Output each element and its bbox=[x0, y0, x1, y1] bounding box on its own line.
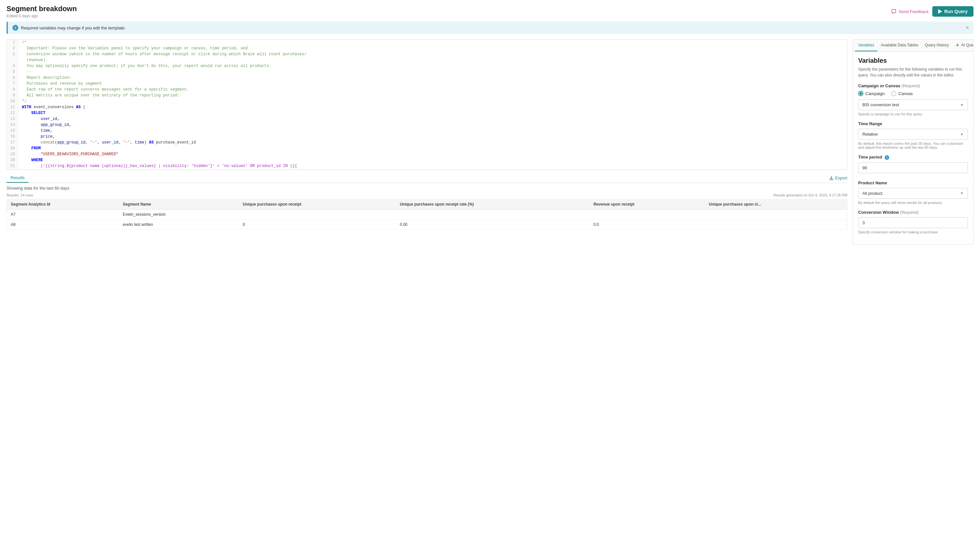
variables-panel: Variables Specify the parameters for the… bbox=[853, 51, 973, 244]
tab-ai-query-builder[interactable]: AI Query Builder bbox=[952, 40, 974, 51]
code-line: 20 WHERE bbox=[7, 157, 847, 163]
variables-desc: Specify the parameters for the following… bbox=[858, 66, 968, 78]
conversion-window-label: Conversion Window (Required) bbox=[858, 210, 968, 215]
time-range-hint: By default, this report covers the past … bbox=[858, 141, 968, 149]
code-line: 16 price, bbox=[7, 134, 847, 140]
cell-id: A8 bbox=[7, 220, 119, 230]
code-line: 18 FROM bbox=[7, 146, 847, 151]
results-tab[interactable]: Results bbox=[6, 173, 29, 183]
cell-upucl bbox=[705, 220, 847, 230]
code-line: 11 WITH event_conversions AS ( bbox=[7, 104, 847, 110]
code-line: 4 You may optionally specify one product… bbox=[7, 63, 847, 69]
code-line: 17 concat(app_group_id, '-', user_id, '-… bbox=[7, 140, 847, 146]
cell-upur: 0 bbox=[239, 220, 396, 230]
right-panel: Variables Available Data Tables Query Hi… bbox=[853, 39, 974, 245]
code-line: 19 "USERS_BEHAVIORS_PURCHASE_SHARED" bbox=[7, 151, 847, 157]
code-line: 2 Important: Please use the Variables pa… bbox=[7, 45, 847, 51]
product-name-select[interactable]: All product ▼ bbox=[858, 188, 968, 199]
results-table: Segment Analytics Id Segment Name Unique… bbox=[7, 199, 847, 229]
time-range-section: Time Range Relative ▼ By default, this r… bbox=[858, 121, 968, 149]
left-panel: 1 /* 2 Important: Please use the Variabl… bbox=[6, 39, 847, 552]
export-icon bbox=[829, 176, 834, 180]
cell-name: evelin test written bbox=[119, 220, 239, 230]
info-icon: i bbox=[13, 25, 18, 31]
code-line: revenue). bbox=[7, 57, 847, 63]
radio-circle-canvas bbox=[891, 91, 896, 96]
radio-canvas[interactable]: Canvas bbox=[891, 91, 913, 96]
code-line: 15 time, bbox=[7, 128, 847, 134]
send-feedback-button[interactable]: Send Feedback bbox=[892, 9, 928, 14]
cell-name: Evelin_sessions_version bbox=[119, 210, 239, 220]
code-line: 9 All metrics are unique over the entire… bbox=[7, 93, 847, 98]
code-line: 10 */ bbox=[7, 98, 847, 104]
chevron-down-icon: ▼ bbox=[960, 103, 964, 107]
page-title-area: Segment breakdown Edited 4 days ago bbox=[6, 5, 77, 18]
tab-available-data-tables[interactable]: Available Data Tables bbox=[878, 40, 921, 51]
code-line: 3 conversion window (which is the number… bbox=[7, 51, 847, 57]
page-title: Segment breakdown bbox=[6, 5, 77, 13]
radio-campaign[interactable]: Campaign bbox=[858, 91, 885, 96]
code-line: {products.${product name (optional)}}}) bbox=[7, 169, 847, 170]
table-row: A7 Evelin_sessions_version bbox=[7, 210, 847, 220]
play-icon bbox=[938, 9, 942, 14]
cell-rur: 0.0 bbox=[590, 220, 705, 230]
time-range-select[interactable]: Relative ▼ bbox=[858, 129, 968, 140]
cell-upurr bbox=[396, 210, 590, 220]
alert-banner: i Required variables may change if you e… bbox=[6, 22, 974, 34]
ai-icon bbox=[955, 43, 960, 47]
generated-text: Results generated on Oct 4, 2023, 4:17:3… bbox=[773, 193, 847, 197]
product-name-section: Product Name All product ▼ By default th… bbox=[858, 180, 968, 205]
svg-marker-1 bbox=[956, 43, 959, 47]
campaign-canvas-label: Campaign or Canvas (Required) bbox=[858, 83, 968, 88]
run-query-button[interactable]: Run Query bbox=[932, 6, 974, 17]
page-subtitle: Edited 4 days ago bbox=[6, 14, 77, 18]
showing-text: Showing data for the last 60 days bbox=[6, 186, 847, 191]
chevron-down-icon: ▼ bbox=[960, 191, 964, 195]
results-section: Results Export Showing data for the last… bbox=[6, 173, 847, 230]
col-unique-purchases-rate: Unique purchases upon receipt rate (%) bbox=[396, 199, 590, 210]
code-line: 8 Each row of the report concerns messag… bbox=[7, 87, 847, 93]
campaign-select[interactable]: BSI conversion test ▼ bbox=[858, 99, 968, 110]
alert-close-button[interactable]: × bbox=[966, 25, 969, 31]
time-period-input[interactable] bbox=[858, 162, 968, 173]
feedback-icon bbox=[892, 9, 897, 14]
results-table-wrap: Segment Analytics Id Segment Name Unique… bbox=[6, 199, 847, 230]
svg-marker-0 bbox=[938, 9, 942, 14]
export-button[interactable]: Export bbox=[829, 173, 847, 183]
conversion-window-input[interactable] bbox=[858, 217, 968, 228]
code-line: 21 ('{{string.${product name (optional)}… bbox=[7, 163, 847, 169]
cell-id: A7 bbox=[7, 210, 119, 220]
code-line: 7 Purchases and revenue by segment bbox=[7, 81, 847, 87]
tab-variables[interactable]: Variables bbox=[855, 40, 878, 51]
radio-group: Campaign Canvas bbox=[858, 91, 968, 96]
page-header: Segment breakdown Edited 4 days ago Send… bbox=[0, 0, 980, 19]
campaign-hint: Specify a campaign to use for this query bbox=[858, 112, 968, 116]
product-name-hint: By default the query will show results f… bbox=[858, 201, 968, 205]
results-meta: Results: 14 rows Results generated on Oc… bbox=[6, 193, 847, 197]
header-actions: Send Feedback Run Query bbox=[892, 6, 974, 17]
cell-rur bbox=[590, 210, 705, 220]
right-tabs: Variables Available Data Tables Query Hi… bbox=[853, 40, 973, 51]
cell-upucl bbox=[705, 210, 847, 220]
col-segment-name: Segment Name bbox=[119, 199, 239, 210]
conversion-window-hint: Specify conversion window for making a p… bbox=[858, 230, 968, 234]
tab-query-history[interactable]: Query History bbox=[921, 40, 952, 51]
variables-title: Variables bbox=[858, 57, 968, 64]
time-range-label: Time Range bbox=[858, 121, 968, 126]
col-revenue: Revenue upon receipt bbox=[590, 199, 705, 210]
cell-upurr: 0.00 bbox=[396, 220, 590, 230]
radio-circle-campaign bbox=[858, 91, 863, 96]
code-editor[interactable]: 1 /* 2 Important: Please use the Variabl… bbox=[6, 39, 847, 170]
time-period-section: Time period i bbox=[858, 155, 968, 175]
row-count: Results: 14 rows bbox=[6, 193, 33, 197]
alert-left: i Required variables may change if you e… bbox=[13, 25, 126, 31]
alert-message: Required variables may change if you edi… bbox=[21, 26, 126, 30]
campaign-or-canvas-section: Campaign or Canvas (Required) Campaign C… bbox=[858, 83, 968, 116]
code-line: 6 Report description: bbox=[7, 75, 847, 81]
col-unique-purchases: Unique purchases upon receipt bbox=[239, 199, 396, 210]
time-period-label: Time period i bbox=[858, 155, 968, 160]
code-line: 14 app_group_id, bbox=[7, 122, 847, 128]
code-line: 5 -- bbox=[7, 69, 847, 75]
code-line: 12 SELECT bbox=[7, 110, 847, 116]
chevron-down-icon: ▼ bbox=[960, 132, 964, 136]
